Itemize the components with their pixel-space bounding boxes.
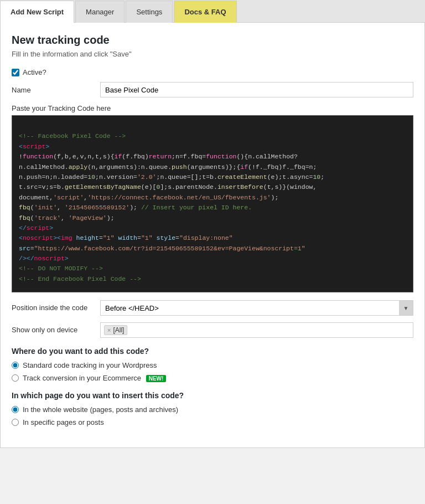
position-select-wrapper: Before </HEAD> After <HEAD> Before </BOD…	[100, 300, 413, 316]
device-tag-value: [All]	[113, 326, 124, 334]
page-label-1: In specific pages or posts	[23, 418, 104, 426]
page-label-0: In the whole website (pages, posts and a…	[23, 405, 178, 414]
device-label: Show only on device	[12, 325, 100, 335]
device-tag: × [All]	[104, 325, 127, 335]
where-radio-1[interactable]	[12, 374, 19, 382]
where-option-1: Track conversion in your Ecommerce NEW!	[12, 374, 413, 382]
position-select[interactable]: Before </HEAD> After <HEAD> Before </BOD…	[100, 300, 413, 316]
name-input[interactable]	[100, 82, 413, 97]
device-row: Show only on device × [All]	[12, 322, 413, 338]
main-content: New tracking code Fill in the informatio…	[0, 23, 425, 448]
active-label: Active?	[23, 68, 46, 76]
where-label-1: Track conversion in your Ecommerce NEW!	[23, 374, 166, 382]
device-tag-input[interactable]: × [All]	[100, 322, 413, 338]
where-label-0: Standard code tracking in your Wordpress	[23, 361, 157, 369]
tab-docs-faq[interactable]: Docs & FAQ	[174, 1, 236, 23]
tab-settings[interactable]: Settings	[126, 1, 173, 23]
page-heading: In which page do you want to insert this…	[12, 391, 413, 400]
position-label: Position inside the code	[12, 303, 100, 313]
new-badge: NEW!	[146, 375, 167, 382]
position-row: Position inside the code Before </HEAD> …	[12, 300, 413, 316]
active-checkbox-row: Active?	[12, 68, 413, 76]
code-editor[interactable]: <!-- Facebook Pixel Code --> <script> !f…	[12, 115, 413, 292]
name-row: Name	[12, 82, 413, 97]
tab-manager[interactable]: Manager	[75, 1, 125, 23]
page-option-1: In specific pages or posts	[12, 418, 413, 426]
code-section: Paste your Tracking Code here <!-- Faceb…	[12, 104, 413, 292]
active-checkbox[interactable]	[12, 69, 19, 76]
name-label: Name	[12, 86, 100, 94]
where-heading: Where do you want to add this code?	[12, 347, 413, 356]
page-subtitle: Fill in the information and click "Save"	[12, 50, 413, 58]
tab-add-new-script[interactable]: Add New Script	[0, 1, 74, 23]
where-radio-0[interactable]	[12, 362, 19, 369]
tabs-bar: Add New Script Manager Settings Docs & F…	[0, 0, 425, 23]
where-option-0: Standard code tracking in your Wordpress	[12, 361, 413, 369]
page-radio-1[interactable]	[12, 419, 19, 426]
page-title: New tracking code	[12, 34, 413, 47]
code-label: Paste your Tracking Code here	[12, 104, 413, 112]
page-option-0: In the whole website (pages, posts and a…	[12, 405, 413, 414]
page-radio-0[interactable]	[12, 406, 19, 413]
close-icon[interactable]: ×	[107, 327, 111, 333]
